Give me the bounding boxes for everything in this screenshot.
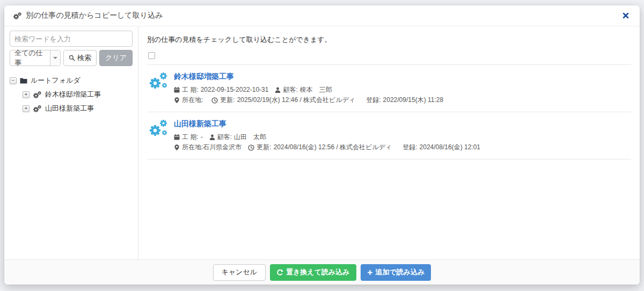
location-value: 石川県金沢市 [203,143,241,152]
job-filter-value: 全ての仕事 [14,48,47,68]
customer-value: 山田 太郎 [234,133,266,142]
customer-value: 榎本 三郎 [300,85,332,94]
job-title-link[interactable]: 鈴木様邸増築工事 [174,72,234,82]
tree-node-label: 鈴木様邸増築工事 [45,90,101,99]
search-button[interactable]: 検索 [63,50,97,66]
cancel-button[interactable]: キャンセル [213,264,266,281]
append-import-button[interactable]: 追加で読み込み [361,264,431,281]
clock-icon [248,144,254,151]
registered-label: 登録: [402,143,417,152]
cogs-icon [148,119,169,138]
close-icon [623,12,629,19]
plus-icon [367,270,373,275]
search-icon [69,55,75,61]
expand-toggle-icon[interactable]: + [23,91,30,98]
updated-label: 更新: [257,143,271,152]
append-button-label: 追加で読み込み [376,267,425,277]
clear-button-label: クリア [105,53,127,63]
chevron-down-icon [53,57,57,61]
select-caret-box [50,50,60,66]
cogs-icon [13,12,22,20]
tree-node-root[interactable]: − ルートフォルダ [10,74,133,88]
cancel-button-label: キャンセル [222,268,258,276]
clear-button[interactable]: クリア [99,50,133,66]
job-title-link[interactable]: 山田様新築工事 [174,119,226,129]
calendar-icon [174,134,180,140]
person-icon [275,87,281,93]
collapse-toggle-icon[interactable]: − [10,77,17,84]
cogs-icon [148,71,169,91]
tree-node-label: ルートフォルダ [31,76,80,85]
dialog-header: 別の仕事の見積からコピーして取り込み [4,5,640,26]
instruction-text: 別の仕事の見積をチェックして取り込むことができます。 [147,35,631,45]
person-icon [209,134,215,140]
expand-toggle-icon[interactable]: + [23,105,30,112]
cogs-icon [33,91,42,99]
registered-value: 2024/08/16(金) 12:01 [420,143,480,152]
search-input[interactable] [10,31,133,47]
job-tree-sidebar: 全ての仕事 検索 クリア [4,26,138,259]
refresh-icon [276,269,283,276]
estimate-list-panel: 別の仕事の見積をチェックして取り込むことができます。 鈴木様邸増築工事 [138,26,640,259]
tree-node-suzuki[interactable]: + 鈴木様邸増築工事 [10,88,133,101]
updated-value: 2024/08/16(金) 12:56 / 株式会社ビルディ [274,143,392,152]
folder-tree: − ルートフォルダ + [10,74,133,115]
calendar-icon [174,87,180,93]
location-label: 所在地: [182,143,203,152]
job-meta-line2: 所在地: 更新: 2025/02/19(水) 12:46 / 株式会社ビルディ … [174,96,450,105]
job-filter-select[interactable]: 全ての仕事 [10,50,61,66]
clock-icon [211,97,218,104]
job-details: 山田様新築工事 工 期: - 顧客: 山田 太郎 [174,119,487,152]
copy-estimate-dialog: 別の仕事の見積からコピーして取り込み 全ての仕事 [4,5,640,285]
map-pin-icon [174,97,180,103]
dialog-title: 別の仕事の見積からコピーして取り込み [26,11,163,20]
updated-value: 2025/02/19(水) 12:46 / 株式会社ビルディ [237,96,356,105]
customer-label: 顧客: [283,85,297,94]
job-details: 鈴木様邸増築工事 工 期: 2022-09-15-2022-10-31 顧客: [174,71,450,105]
job-meta-line1: 工 期: - 顧客: 山田 太郎 [174,133,487,142]
job-list: 鈴木様邸増築工事 工 期: 2022-09-15-2022-10-31 顧客: [147,64,631,159]
job-meta-line2: 所在地: 石川県金沢市 更新: 2024/08/16(金) 12:56 / 株式… [174,143,487,152]
cogs-icon [33,105,42,113]
period-label: 工 期: [182,85,199,94]
search-button-label: 検索 [77,53,91,63]
filter-row: 全ての仕事 検索 クリア [10,50,133,66]
map-pin-icon [174,144,180,150]
registered-label: 登録: [366,96,380,105]
registered-value: 2022/09/15(木) 11:28 [383,96,444,105]
list-item: 鈴木様邸増築工事 工 期: 2022-09-15-2022-10-31 顧客: [147,65,631,112]
tree-node-yamada[interactable]: + 山田様新築工事 [10,101,133,115]
period-value: - [201,133,203,142]
replace-button-label: 置き換えて読み込み [286,267,350,277]
select-all-checkbox[interactable] [148,52,155,59]
tree-node-label: 山田様新築工事 [45,104,94,113]
period-value: 2022-09-15-2022-10-31 [201,85,269,94]
dialog-footer: キャンセル 置き換えて読み込み 追加で読み込み [4,259,640,285]
dialog-body: 全ての仕事 検索 クリア [4,26,640,259]
folder-icon [20,77,27,84]
updated-label: 更新: [220,96,235,105]
period-label: 工 期: [182,133,199,142]
replace-import-button[interactable]: 置き換えて読み込み [270,264,356,281]
customer-label: 顧客: [217,133,232,142]
close-button[interactable] [620,10,631,21]
location-label: 所在地: [182,96,203,105]
list-item: 山田様新築工事 工 期: - 顧客: 山田 太郎 [147,112,631,159]
job-meta-line1: 工 期: 2022-09-15-2022-10-31 顧客: 榎本 三郎 [174,85,450,94]
